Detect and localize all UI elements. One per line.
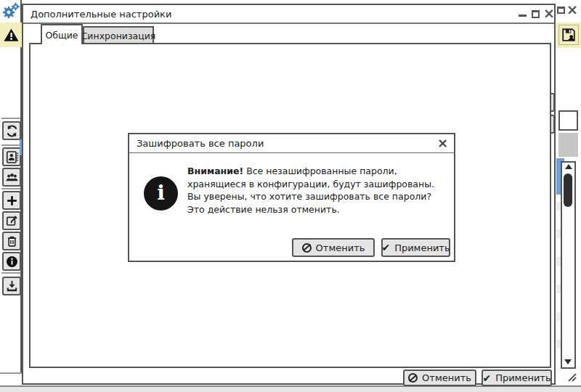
modal-cancel-button[interactable]: Отменить	[292, 238, 375, 257]
contact-book-icon	[5, 150, 19, 164]
modal-close-button[interactable]: ×	[437, 135, 448, 150]
minimize-button[interactable]	[519, 15, 527, 17]
save-user-button[interactable]	[558, 25, 579, 45]
window-close-button[interactable]: ×	[566, 1, 578, 17]
refresh-button[interactable]	[2, 121, 21, 140]
window-maximize-button[interactable]	[557, 7, 565, 14]
settings-gears-icon[interactable]	[1, 1, 20, 20]
scrollbar-thumb[interactable]	[564, 173, 572, 207]
sidebar-separator	[1, 144, 20, 146]
import-button[interactable]	[2, 277, 21, 295]
add-button[interactable]	[2, 191, 21, 210]
dialog-apply-button[interactable]: ✔ Применить	[482, 369, 552, 386]
edit-icon	[5, 214, 19, 228]
warning-icon	[3, 27, 20, 44]
delete-button[interactable]	[2, 232, 21, 250]
resize-grip[interactable]	[566, 372, 579, 383]
warning-prefix: Внимание!	[187, 166, 243, 176]
close-button[interactable]: ×	[543, 5, 555, 21]
background-list-cell	[558, 133, 578, 157]
sidebar-separator	[1, 188, 20, 189]
import-icon	[5, 279, 19, 293]
modal-titlebar[interactable]: Зашифровать все пароли	[129, 134, 454, 153]
check-icon: ✔	[381, 242, 390, 253]
scrollbar[interactable]	[561, 161, 576, 369]
background-list-header	[558, 110, 578, 131]
group-icon	[5, 171, 19, 184]
scroll-up-arrow[interactable]	[565, 164, 572, 169]
info-icon	[5, 255, 19, 269]
modal-message: Внимание! Все незашифрованные пароли, хр…	[187, 165, 443, 216]
trash-icon	[5, 234, 19, 248]
check-icon: ✔	[482, 372, 491, 384]
cancel-icon	[302, 243, 312, 253]
sidebar-separator	[1, 118, 20, 119]
encrypt-passwords-modal: Зашифровать все пароли × i Внимание! Все…	[128, 133, 455, 262]
tab-general[interactable]: Общие	[41, 24, 83, 44]
edit-button[interactable]	[2, 211, 21, 230]
group-button[interactable]	[2, 168, 21, 187]
scroll-down-arrow[interactable]	[564, 359, 572, 364]
dialog-cancel-button[interactable]: Отменить	[403, 369, 476, 386]
warning-toolbar-cell[interactable]	[0, 23, 22, 47]
info-button[interactable]	[2, 252, 21, 271]
refresh-icon	[5, 124, 19, 138]
dialog-titlebar[interactable]: Дополнительные настройки	[23, 5, 554, 24]
contacts-button[interactable]	[2, 147, 21, 166]
maximize-button[interactable]	[532, 10, 540, 18]
window-bottom-edge	[0, 385, 581, 392]
modal-title: Зашифровать все пароли	[137, 138, 264, 149]
modal-apply-button[interactable]: ✔ Применить	[381, 238, 450, 257]
sidebar-separator	[1, 272, 20, 274]
sidebar-bottom-divider	[0, 372, 22, 374]
save-user-icon	[561, 27, 577, 43]
cancel-icon	[408, 373, 418, 383]
tab-sync[interactable]: Синхронизация	[83, 26, 154, 44]
dialog-title: Дополнительные настройки	[31, 9, 171, 20]
info-icon: i	[144, 176, 178, 211]
plus-icon	[5, 194, 19, 208]
